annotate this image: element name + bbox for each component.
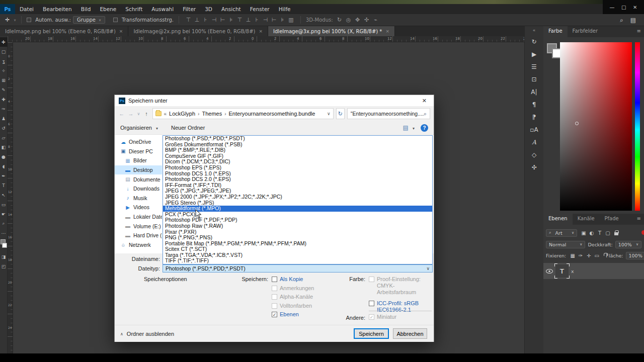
sidebar-item-netzwerk[interactable]: ⌂Netzwerk [115,240,162,250]
align-icon-5[interactable]: ⊧ [227,17,235,23]
minimize-button[interactable]: — [610,5,615,10]
3d-mode-icon-3[interactable]: ✣ [362,17,371,23]
breadcrumb[interactable]: « LockGlyph›Themes›Enteryournameorsometh… [152,108,334,119]
menu-3d[interactable]: 3D [200,6,217,12]
paragraph-styles-panel-icon[interactable]: ⁋ [525,111,543,123]
align-icon-11[interactable]: ⊧ [278,17,287,23]
align-icon-0[interactable]: ⊤ [184,17,193,23]
align-icon-10[interactable]: ⊢ [270,17,278,23]
hue-slider[interactable] [635,42,640,211]
format-option[interactable]: Photoshop DCS 2.0 (*.EPS) [163,176,432,183]
align-icon-4[interactable]: ⊢ [218,17,227,23]
checkbox-als-kopie[interactable] [272,277,277,282]
align-icon-7[interactable]: ⊥ [244,17,253,23]
panel-menu-icon[interactable]: ≡ [634,26,644,37]
lock-icon-2[interactable]: ✛ [585,253,593,258]
eraser-tool[interactable]: ▱ [0,133,8,142]
align-icon-6[interactable]: ⊤ [235,17,244,23]
sidebar-item-desktop[interactable]: ▬Desktop [115,165,162,175]
filetype-combobox[interactable]: Photoshop (*.PSD;*.PDD;*.PSDT) ∨ [163,264,433,273]
sidebar-item-videos[interactable]: ▶Videos [115,203,162,212]
checkbox-ebenen[interactable]: ✓ [272,312,277,317]
layer-filter-toggle[interactable] [641,230,644,235]
paragraph-panel-icon[interactable]: ¶ [525,98,543,111]
actions-panel-icon[interactable]: ▶ [525,48,543,60]
organize-menu[interactable]: Organisieren ▾ [120,125,158,131]
search-icon[interactable]: ⌕ [620,17,623,24]
panel-tab-farbfelder[interactable]: Farbfelder [568,26,603,37]
screen-mode-button[interactable]: ◰ [0,261,8,271]
forward-icon[interactable]: → [127,111,134,117]
menu-ansicht[interactable]: Ansicht [217,6,246,12]
align-icon-9[interactable]: ⊣ [261,17,270,23]
document-tab[interactable]: IdleImage@2x.png bei 100% (Ebene 0, RGB/… [128,26,268,36]
align-icon-3[interactable]: ⊣ [210,17,218,23]
layer-filter-dropdown[interactable]: ⌕ Art ∨ [546,229,577,237]
menu-ebene[interactable]: Ebene [95,6,121,12]
move-tool[interactable]: ✛ [0,37,8,47]
breadcrumb-overflow[interactable]: « [164,111,167,117]
color-picker-gradient[interactable] [560,42,632,211]
layer-filter-icon-3[interactable]: ▢ [604,230,612,236]
up-icon[interactable]: ↑ [143,111,149,117]
group-dropdown[interactable]: Gruppe ∨ [73,16,105,24]
refresh-icon[interactable]: ↻ [336,108,345,119]
auto-select-checkbox[interactable] [27,18,31,22]
smart-object-filter-icon[interactable] [614,232,618,235]
save-button[interactable]: Speichern [354,328,389,339]
move-tool-badge-icon[interactable]: ✛ [3,17,12,23]
dialog-titlebar[interactable]: Ps Speichern unter ✕ [115,95,434,106]
checkbox-icc-profil-srgb-iec61966-2-1[interactable] [369,301,374,306]
panel-tab-ebenen[interactable]: Ebenen [543,214,573,225]
healing-brush-tool[interactable]: ✚ [0,95,8,104]
edit-toolbar-button[interactable]: ⋯ [0,228,8,238]
menu-schrift[interactable]: Schrift [121,6,147,12]
close-button[interactable]: ✕ [633,5,637,10]
sidebar-item-onedrive[interactable]: ☁OneDrive [115,137,162,147]
properties-panel-icon[interactable]: ☰ [525,60,543,73]
panel-tab-kan-le[interactable]: Kanäle [573,214,600,225]
path-selection-tool[interactable]: ↖ [0,190,8,200]
layer-visibility-eye-icon[interactable] [546,269,553,274]
document-tab[interactable]: IdleImage@3x.png bei 100% (X, RGB/8#) *× [268,26,395,36]
cancel-button[interactable]: Abbrechen [393,328,427,339]
foreground-background-swatches[interactable] [0,239,8,250]
3d-mode-icon-4[interactable]: ⌁ [371,17,380,23]
character-styles-panel-icon[interactable]: ▫A [525,123,543,136]
color-picker-marker[interactable] [575,122,579,125]
sidebar-item-dieser-pc[interactable]: ▣Dieser PC [115,147,162,156]
tab-close-icon[interactable]: × [119,29,123,34]
threed-panel-icon[interactable]: ◇ [525,148,543,161]
opacity-field[interactable]: 100% ∨ [615,241,641,248]
character-panel-icon[interactable]: A| [525,85,543,98]
3d-mode-icon-0[interactable]: ↻ [335,17,344,23]
3d-mode-icon-2[interactable]: ✥ [353,17,362,23]
layer-thumbnail[interactable]: T [555,264,569,278]
3d-mode-icon-1[interactable]: ◎ [344,17,353,23]
background-color-swatch[interactable] [2,243,7,248]
menu-bearbeiten[interactable]: Bearbeiten [38,6,76,12]
layer-filter-icon-0[interactable]: ▣ [580,230,588,236]
format-option[interactable]: Photoshop Raw (*.RAW) [163,223,432,229]
lock-icon-0[interactable]: ▦ [569,253,577,258]
sidebar-item-downloads[interactable]: ↓Downloads [115,184,162,194]
crop-tool[interactable]: ⊞ [0,75,8,85]
new-folder-button[interactable]: Neuer Ordner [171,125,205,131]
sidebar-item-bilder[interactable]: ▦Bilder [115,156,162,165]
type-tool[interactable]: T [0,180,8,190]
breadcrumb-dropdown-icon[interactable]: ∨ [327,111,331,116]
back-icon[interactable]: ← [118,111,125,117]
tool-preset-arrow-icon[interactable]: ∨ [14,18,16,22]
menu-hilfe[interactable]: Hilfe [274,6,295,12]
blur-tool[interactable]: ● [0,152,8,161]
document-tab[interactable]: IdleImage.png bei 100% (Ebene 0, RGB/8#)… [0,26,128,36]
breadcrumb-item[interactable]: Themes [202,111,222,117]
fill-field[interactable]: 100% ∨ [626,252,644,259]
sidebar-item-lokaler-daten[interactable]: ▬Lokaler Daten [115,212,162,222]
dialog-close-icon[interactable]: ✕ [419,98,430,104]
menu-fenster[interactable]: Fenster [246,6,274,12]
align-icon-2[interactable]: ⊦ [201,17,210,23]
search-value[interactable]: "Enteryournameorsomething.... [351,111,424,117]
lock-icon-1[interactable]: ✑ [577,253,585,258]
recent-locations-icon[interactable]: ∨ [137,112,141,116]
